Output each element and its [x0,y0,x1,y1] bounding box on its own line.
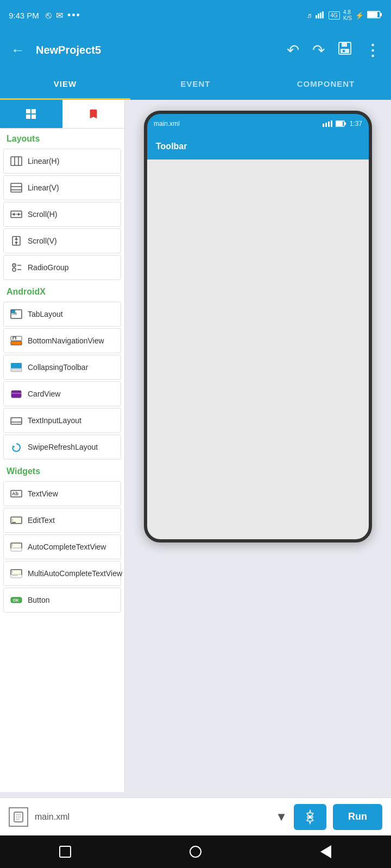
svg-rect-33 [11,341,22,345]
widget-swipe-refresh[interactable]: SwipeRefreshLayout [3,435,121,459]
svg-text:I: I [12,417,12,420]
left-panel: Layouts Linear(H) Linear(V) [0,100,125,792]
svg-text:OK: OK [13,598,19,602]
svg-rect-2 [320,12,321,18]
svg-rect-36 [11,368,22,372]
svg-marker-41 [12,445,15,448]
tab-event[interactable]: EVENT [130,69,261,100]
panel-toggle [0,100,124,129]
svg-rect-61 [336,122,343,126]
speed-label: 4.8K/S [343,9,352,21]
dots-icon: ••• [67,10,81,21]
layout-scroll-h[interactable]: Scroll(H) [3,202,121,227]
widget-button[interactable]: OK Button [3,588,121,612]
project-title: NewProject5 [36,44,276,56]
svg-rect-11 [11,157,22,165]
svg-rect-14 [11,183,22,192]
svg-rect-64 [16,814,21,815]
wifi-icon: ♬ [307,11,312,20]
layout-scroll-v[interactable]: Scroll(V) [3,228,121,253]
main-content: Layouts Linear(H) Linear(V) [0,100,391,792]
back-button[interactable]: ← [9,40,27,61]
save-button[interactable] [336,39,354,61]
nav-square-button[interactable] [54,841,76,863]
multi-autocomplete-icon: I [9,566,23,580]
textview-icon: Ab [9,487,23,501]
layout-radio-group[interactable]: RadioGroup [3,255,121,280]
phone-mockup: main.xml 1:37 T [144,111,372,542]
widget-multi-autocomplete[interactable]: I MultiAutoCompleteTextView [3,561,121,586]
panel-toggle-bookmarks[interactable] [62,100,125,128]
linear-h-icon [9,154,23,168]
time-label: 9:43 PM [9,11,39,20]
card-view-icon [9,387,23,401]
button-icon: OK [9,593,23,607]
layout-linear-h[interactable]: Linear(H) [3,149,121,174]
svg-rect-34 [11,336,22,341]
undo-button[interactable]: ↶ [285,39,301,61]
svg-rect-10 [343,50,345,52]
panel-toggle-components[interactable] [0,100,62,128]
battery-icon [367,11,382,20]
dropdown-arrow[interactable]: ▼ [275,810,287,824]
status-right: ♬ 4G 4.8K/S ⚡ [307,9,382,21]
svg-marker-24 [15,242,18,244]
svg-rect-1 [318,14,319,18]
svg-rect-65 [16,816,21,818]
app-bar: ← NewProject5 ↶ ↷ ⋮ [0,30,391,69]
svg-rect-48 [11,548,22,551]
autocomplete-icon: I [9,540,23,554]
text-input-layout-icon: I [9,413,23,427]
svg-rect-51 [11,575,22,578]
svg-rect-59 [331,120,332,127]
bottom-nav-icon [9,334,23,348]
svg-text:Ab: Ab [12,491,18,496]
redo-button[interactable]: ↷ [310,39,327,61]
svg-marker-20 [18,213,20,216]
run-button[interactable]: Run [333,804,382,830]
widget-edittext[interactable]: I EditText [3,508,121,533]
bottom-filename: main.xml [35,812,269,822]
category-androidx: AndroidX [0,282,124,300]
edittext-icon: I [9,513,23,527]
svg-rect-8 [342,42,347,47]
circle-icon [190,846,201,858]
svg-rect-37 [11,391,21,398]
swipe-refresh-icon [9,440,23,454]
status-left: 9:43 PM ⎋ ✉ ••• [9,10,81,21]
message-icon: ✉ [56,10,63,21]
svg-rect-58 [328,122,330,127]
svg-point-27 [12,268,16,271]
bolt-icon: ⚡ [355,11,364,20]
widget-text-input-layout[interactable]: I TextInputLayout [3,408,121,433]
widget-bottom-nav[interactable]: BottomNavigationView [3,328,121,353]
svg-marker-19 [12,213,15,216]
status-bar: 9:43 PM ⎋ ✉ ••• ♬ 4G 4.8K/S ⚡ [0,0,391,30]
nav-back-button[interactable] [315,841,337,863]
linear-v-icon [9,181,23,195]
widget-card-view[interactable]: CardView [3,381,121,406]
settings-button[interactable] [294,804,326,830]
svg-rect-62 [344,123,346,125]
radio-group-icon [9,260,23,275]
svg-rect-57 [325,123,327,127]
tab-view[interactable]: VIEW [0,69,130,100]
nav-home-button[interactable] [185,841,206,863]
more-options-button[interactable]: ⋮ [363,39,382,61]
svg-rect-56 [323,124,324,127]
square-icon [59,846,71,858]
collapsing-toolbar-icon [9,360,23,374]
tab-component[interactable]: COMPONENT [261,69,391,100]
scroll-h-icon [9,207,23,221]
bottom-bar: main.xml ▼ Run [0,797,391,835]
widget-textview[interactable]: Ab TextView [3,481,121,506]
svg-rect-0 [316,15,317,18]
widget-autocomplete[interactable]: I AutoCompleteTextView [3,534,121,559]
layout-linear-v[interactable]: Linear(V) [3,175,121,200]
svg-rect-66 [16,819,20,820]
widget-tab-layout[interactable]: TAB TabLayout [3,302,121,327]
widget-collapsing-toolbar[interactable]: CollapsingToolbar [3,355,121,380]
scroll-v-icon [9,234,23,248]
phone-status-bar: main.xml 1:37 [147,114,369,133]
svg-point-26 [14,265,15,266]
